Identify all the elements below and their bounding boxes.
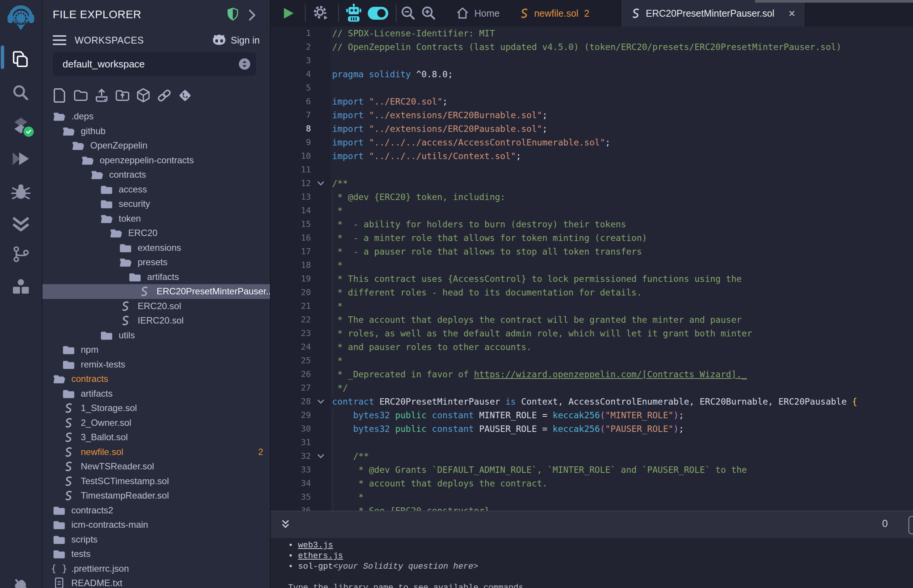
code-line[interactable]: 7import "../extensions/ERC20Burnable.sol…	[271, 108, 913, 122]
code-line-text[interactable]: *	[330, 258, 913, 272]
tree-item[interactable]: utils	[42, 328, 270, 343]
code-line[interactable]: 14 *	[271, 204, 913, 218]
fold-chevron-icon[interactable]	[311, 176, 330, 190]
code-line[interactable]: 30 bytes32 public constant PAUSER_ROLE =…	[271, 422, 913, 436]
tree-item[interactable]: ERC20.sol	[42, 299, 270, 314]
new-file-button[interactable]	[52, 87, 68, 104]
code-line-text[interactable]: import "../ERC20.sol";	[330, 95, 913, 108]
close-icon[interactable]: ×	[788, 8, 795, 19]
line-number[interactable]: 33	[271, 463, 311, 477]
line-number[interactable]: 17	[271, 245, 311, 258]
tree-item[interactable]: 1_Storage.sol	[42, 401, 270, 416]
line-number[interactable]: 25	[271, 354, 311, 367]
tree-item[interactable]: tests	[42, 547, 270, 562]
chevron-right-icon[interactable]	[247, 9, 257, 21]
tree-item[interactable]: TestSCTimestamp.sol	[42, 474, 270, 489]
code-line-text[interactable]: */	[330, 381, 913, 395]
line-number[interactable]: 32	[271, 449, 311, 463]
line-number[interactable]: 12	[271, 176, 311, 190]
ai-copilot-toggle[interactable]	[368, 7, 388, 20]
rail-item-static-analysis[interactable]	[0, 211, 42, 238]
tree-item[interactable]: README.txt	[42, 576, 270, 588]
code-editor[interactable]: 1// SPDX-License-Identifier: MIT2// Open…	[271, 26, 913, 511]
code-line-text[interactable]: bytes32 public constant MINTER_ROLE = ke…	[330, 409, 913, 422]
code-line[interactable]: 32 /**	[271, 449, 913, 463]
code-line[interactable]: 8import "../extensions/ERC20Pausable.sol…	[271, 122, 913, 136]
code-line[interactable]: 21 *	[271, 299, 913, 313]
line-number[interactable]: 26	[271, 367, 311, 381]
code-line[interactable]: 1// SPDX-License-Identifier: MIT	[271, 26, 913, 40]
upload-file-button[interactable]	[94, 87, 109, 104]
code-line[interactable]: 34 * account that deploys the contract.	[271, 477, 913, 490]
tree-item[interactable]: contracts2	[42, 503, 270, 518]
line-number[interactable]: 14	[271, 204, 311, 218]
tree-item[interactable]: .deps	[42, 109, 270, 124]
terminal-search-input[interactable]	[908, 516, 913, 534]
code-line[interactable]: 15 * - ability for holders to burn (dest…	[271, 218, 913, 231]
code-line[interactable]: 26 * _Deprecated in favor of https://wiz…	[271, 367, 913, 381]
code-line[interactable]: 23 * roles, as well as the default admin…	[271, 326, 913, 340]
fold-chevron-icon[interactable]	[311, 449, 330, 463]
tree-item[interactable]: openzeppelin-contracts	[42, 153, 270, 168]
line-number[interactable]: 35	[271, 490, 311, 504]
tree-item[interactable]: NewTSReader.sol	[42, 459, 270, 474]
code-line-text[interactable]: import "../../../utils/Context.sol";	[330, 149, 913, 163]
tab-home[interactable]: Home	[446, 0, 510, 26]
code-line-text[interactable]: * @dev {ERC20} token, including:	[330, 190, 913, 204]
tab-newfile[interactable]: newfile.sol2	[510, 0, 599, 26]
line-number[interactable]: 5	[271, 81, 311, 95]
shield-icon[interactable]	[226, 7, 240, 22]
line-number[interactable]: 28	[271, 395, 311, 409]
code-line[interactable]: 5	[271, 81, 913, 95]
tree-item[interactable]: remix-tests	[42, 357, 270, 372]
rail-item-plug[interactable]	[0, 572, 42, 588]
code-line-text[interactable]: * account that deploys the contract.	[330, 477, 913, 490]
tree-item[interactable]: extensions	[42, 241, 270, 255]
rail-item-file-explorer[interactable]	[0, 45, 42, 73]
code-line[interactable]: 35 *	[271, 490, 913, 504]
terminal-collapse-icon[interactable]	[279, 519, 292, 531]
code-line[interactable]: 3	[271, 54, 913, 68]
line-number[interactable]: 2	[271, 40, 311, 54]
code-line[interactable]: 10import "../../../utils/Context.sol";	[271, 149, 913, 163]
tree-item[interactable]: presets	[42, 255, 270, 270]
rail-item-plugins[interactable]	[0, 273, 42, 300]
tab-erc20-preset[interactable]: ERC20PresetMinterPauser.sol×	[620, 0, 806, 26]
tree-item[interactable]: { }.prettierrc.json	[42, 562, 270, 576]
code-line[interactable]: 4pragma solidity ^0.8.0;	[271, 68, 913, 81]
code-line[interactable]: 25 *	[271, 354, 913, 367]
code-line-text[interactable]	[330, 163, 913, 176]
terminal-output[interactable]: •web3.js•ethers.js•sol-gpt <your Solidit…	[271, 538, 913, 588]
tabbar-scrollbar[interactable]	[755, 0, 913, 3]
line-number[interactable]: 36	[271, 504, 311, 511]
code-line-text[interactable]: * @dev Grants `DEFAULT_ADMIN_ROLE`, `MIN…	[330, 463, 913, 477]
tree-item[interactable]: artifacts	[42, 270, 270, 284]
code-line-text[interactable]: * and pauser roles to other accounts.	[330, 340, 913, 354]
code-line-text[interactable]: *	[330, 490, 913, 504]
code-line-text[interactable]: /**	[330, 449, 913, 463]
tree-item[interactable]: token	[42, 212, 270, 226]
tree-item[interactable]: 3_Ballot.sol	[42, 430, 270, 445]
tree-item[interactable]: npm	[42, 342, 270, 357]
code-line-text[interactable]: import "../../../access/AccessControlEnu…	[330, 136, 913, 149]
tree-item[interactable]: contracts	[42, 372, 270, 386]
line-number[interactable]: 30	[271, 422, 311, 436]
line-number[interactable]: 27	[271, 381, 311, 395]
tree-item[interactable]: OpenZeppelin	[42, 138, 270, 153]
code-line[interactable]: 31	[271, 436, 913, 449]
tree-item[interactable]: ERC20	[42, 226, 270, 241]
line-number[interactable]: 10	[271, 149, 311, 163]
code-line-text[interactable]: * See {ERC20-constructor}.	[330, 504, 913, 511]
terminal-link[interactable]: ethers.js	[298, 551, 343, 562]
tree-item[interactable]: ERC20PresetMinterPauser...	[42, 284, 270, 299]
code-line[interactable]: 2// OpenZeppelin Contracts (last updated…	[271, 40, 913, 54]
ai-robot-button[interactable]	[345, 3, 363, 23]
line-number[interactable]: 11	[271, 163, 311, 176]
line-number[interactable]: 19	[271, 272, 311, 286]
line-number[interactable]: 34	[271, 477, 311, 490]
cube-button[interactable]	[136, 87, 151, 104]
code-line[interactable]: 36 * See {ERC20-constructor}.	[271, 504, 913, 511]
line-number[interactable]: 15	[271, 218, 311, 231]
tree-item[interactable]: security	[42, 197, 270, 212]
code-line-text[interactable]: * roles, as well as the default admin ro…	[330, 326, 913, 340]
